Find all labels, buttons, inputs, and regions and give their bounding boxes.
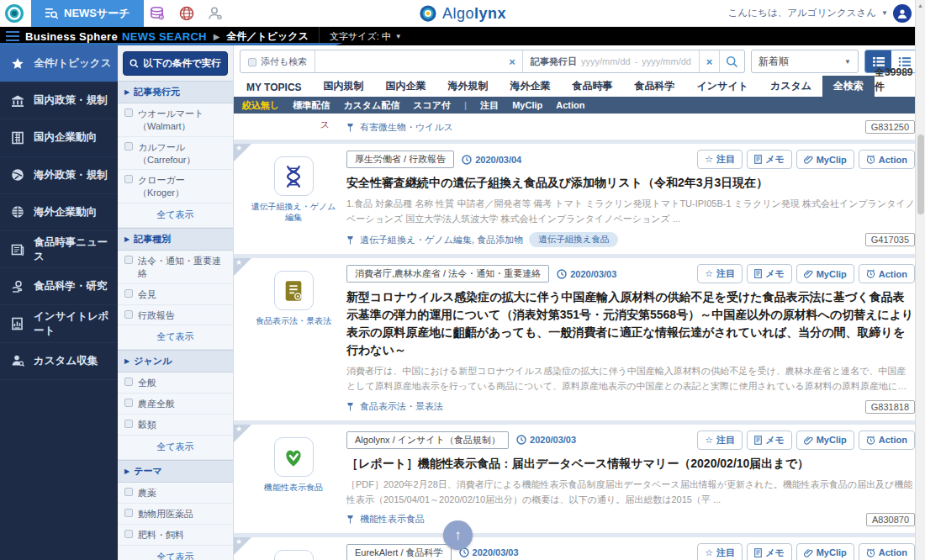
sidebar-item-custom-collect[interactable]: カスタム収集: [0, 343, 118, 380]
checkbox[interactable]: [124, 310, 133, 319]
watch-button[interactable]: ☆注目: [697, 264, 743, 283]
sidebar-item-all-topics[interactable]: 全件/トピックス: [0, 45, 118, 82]
filter-option[interactable]: クローガー（Kroger）: [118, 170, 233, 203]
subtab-standard[interactable]: 標準配信: [293, 99, 330, 112]
filter-section-publisher[interactable]: ▶記事発行元: [118, 81, 233, 103]
user-menu[interactable]: こんにちは、アルゴリンクスさん ▼: [728, 4, 925, 23]
search-input[interactable]: [315, 50, 502, 72]
subtab-watch[interactable]: 注目: [480, 99, 499, 112]
show-all-link[interactable]: 全て表示: [118, 546, 233, 560]
font-size-selector[interactable]: 文字サイズ: 中▼: [330, 30, 402, 43]
action-button[interactable]: Action: [859, 264, 915, 283]
checkbox[interactable]: [124, 142, 133, 151]
filter-option[interactable]: 農産全般: [118, 394, 233, 415]
clear-search-icon[interactable]: ×: [502, 50, 522, 72]
tab-food-science[interactable]: 食品科学: [624, 76, 686, 97]
checkbox[interactable]: [124, 378, 133, 386]
myclip-button[interactable]: MyClip: [796, 150, 854, 169]
checkbox[interactable]: [124, 289, 133, 298]
scrollbar-up-arrow[interactable]: ▲: [916, 0, 925, 8]
filter-option[interactable]: ウオールマート（Walmart）: [118, 103, 233, 137]
show-all-link[interactable]: 全て表示: [118, 325, 233, 350]
category-icon-gmo[interactable]: [274, 156, 314, 196]
filter-option[interactable]: 会見: [118, 284, 233, 305]
action-button[interactable]: Action: [859, 543, 915, 560]
source-badge[interactable]: 厚生労働省 / 行政報告: [346, 151, 454, 168]
checkbox[interactable]: [124, 488, 133, 496]
tab-all-search[interactable]: 全検索: [822, 76, 875, 97]
source-badge[interactable]: Algolynx / インサイト（食品規制）: [346, 431, 509, 449]
filter-option[interactable]: 法令・通知・重要連絡: [118, 251, 233, 284]
sidebar-item-insight-report[interactable]: インサイトレポート: [0, 305, 118, 342]
filter-option[interactable]: 全般: [118, 372, 233, 394]
watch-button[interactable]: ☆注目: [697, 150, 743, 169]
source-badge[interactable]: 消費者庁,農林水産省 / 法令・通知・重要連絡: [346, 265, 549, 283]
hamburger-menu-button[interactable]: [0, 31, 25, 41]
article-title[interactable]: 安全性審査継続中の遺伝子組換え食品及び添加物リスト（令和2年3月3日現在）: [346, 174, 915, 192]
memo-button[interactable]: メモ: [747, 264, 792, 283]
watch-button[interactable]: ☆注目: [697, 431, 743, 450]
checkbox[interactable]: [124, 530, 133, 538]
filter-option[interactable]: 農薬: [118, 483, 233, 504]
tab-insight[interactable]: インサイト: [686, 76, 759, 97]
database-button[interactable]: [144, 0, 172, 27]
user-settings-button[interactable]: [201, 0, 230, 27]
tab-overseas-company[interactable]: 海外企業: [500, 76, 562, 97]
article-title[interactable]: ［レポート］機能性表示食品：届出データベース情報サマリー（2020/02/10届…: [346, 455, 915, 473]
checkbox[interactable]: [124, 175, 133, 183]
subtab-no-filter[interactable]: 絞込無し: [242, 99, 279, 112]
filter-section-genre[interactable]: ▶ジャンル: [118, 350, 233, 372]
sidebar-item-domestic-companies[interactable]: 国内企業動向: [0, 119, 118, 156]
category-icon-beauty-health[interactable]: [274, 550, 314, 560]
checkbox[interactable]: [124, 509, 133, 517]
memo-button[interactable]: メモ: [747, 431, 792, 450]
category-icon-functional-food[interactable]: [274, 437, 314, 477]
tab-custom[interactable]: カスタム: [759, 76, 822, 97]
filter-option[interactable]: 肥料・飼料: [118, 525, 233, 546]
tab-domestic-regulation[interactable]: 国内規制: [313, 76, 375, 97]
category-icon-labeling[interactable]: [274, 271, 314, 310]
subtab-custom-delivery[interactable]: カスタム配信: [343, 99, 399, 112]
sort-select[interactable]: 新着順▼: [751, 50, 859, 73]
sidebar-item-food-news[interactable]: 食品時事ニュース: [0, 231, 118, 268]
date-range-field[interactable]: 記事発行日 yyyy/mm/dd - yyyy/mm/dd: [522, 50, 699, 72]
article-partial-top[interactable]: ス 有害微生物・ウイルス G831250: [234, 114, 925, 140]
clear-date-icon[interactable]: ×: [699, 50, 719, 72]
filter-option[interactable]: 穀類: [118, 415, 233, 436]
filter-section-article-type[interactable]: ▶記事種別: [118, 228, 233, 251]
checkbox[interactable]: [124, 256, 133, 264]
checkbox[interactable]: [124, 420, 133, 428]
tab-food-news[interactable]: 食品時事: [562, 76, 624, 97]
globe-button[interactable]: [172, 0, 201, 27]
tab-domestic-company[interactable]: 国内企業: [375, 76, 437, 97]
run-search-button[interactable]: 以下の条件で実行: [123, 51, 228, 76]
action-button[interactable]: Action: [859, 431, 915, 450]
article-tags[interactable]: 機能性表示食品: [360, 513, 425, 526]
search-button[interactable]: [719, 50, 744, 72]
attach-search-checkbox[interactable]: 添付も検索: [240, 50, 315, 72]
checkbox[interactable]: [124, 399, 133, 407]
subtab-myclip[interactable]: MyClip: [512, 100, 542, 110]
article-tags[interactable]: 食品表示法・景表法: [360, 400, 443, 413]
source-badge[interactable]: EurekAlert / 食品科学: [346, 544, 452, 560]
article-title[interactable]: 新型コロナウイルス感染症の拡大に伴う中国産輸入原材料の供給不足を受けた食品表示法…: [346, 288, 915, 359]
news-search-app-button[interactable]: NEWSサーチ: [31, 0, 144, 27]
sidebar-item-overseas-companies[interactable]: 海外企業動向: [0, 194, 118, 231]
show-all-link[interactable]: 全て表示: [118, 436, 233, 460]
myclip-button[interactable]: MyClip: [796, 543, 854, 560]
show-all-link[interactable]: 全て表示: [118, 203, 233, 228]
scrollbar[interactable]: ▲: [915, 0, 925, 560]
date-to-placeholder[interactable]: yyyy/mm/dd: [642, 56, 691, 66]
tab-my-topics[interactable]: MY TOPICS: [235, 78, 313, 97]
myclip-button[interactable]: MyClip: [796, 431, 854, 450]
filter-section-theme[interactable]: ▶テーマ: [118, 460, 233, 483]
subtab-action[interactable]: Action: [556, 100, 584, 110]
checkbox[interactable]: [124, 108, 133, 117]
myclip-button[interactable]: MyClip: [796, 264, 854, 283]
tab-overseas-regulation[interactable]: 海外規制: [437, 76, 500, 97]
article-tags[interactable]: 遺伝子組換え・ゲノム編集, 食品添加物: [360, 234, 523, 246]
sidebar-item-food-science[interactable]: 食品科学・研究: [0, 268, 118, 305]
avatar[interactable]: [893, 4, 912, 23]
scroll-to-top-button[interactable]: ↑: [443, 520, 473, 550]
scrollbar-thumb[interactable]: [917, 135, 924, 214]
